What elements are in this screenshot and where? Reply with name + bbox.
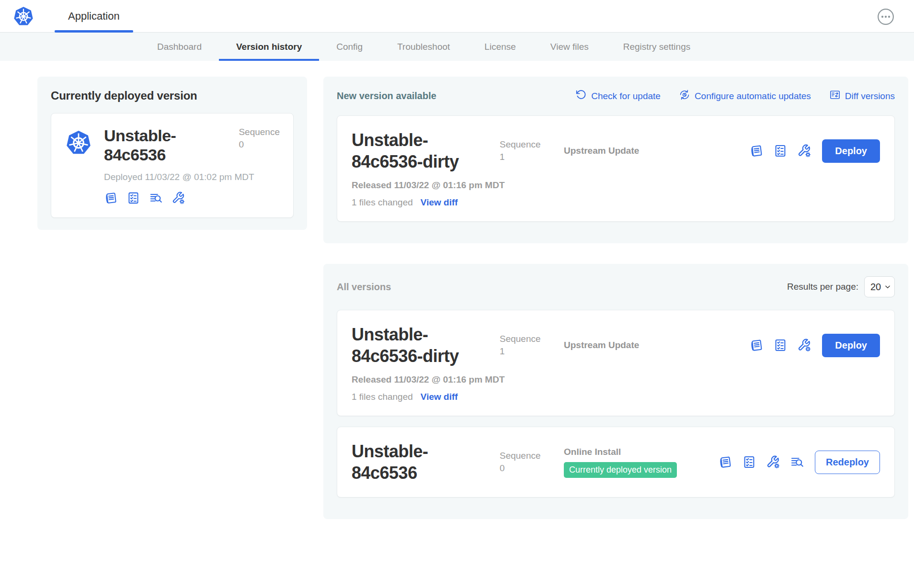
redeploy-button[interactable]: Redeploy <box>815 451 880 474</box>
tab-view-files[interactable]: View files <box>533 33 606 61</box>
right-column: New version available Check for update C… <box>323 77 908 519</box>
config-icon[interactable] <box>766 455 780 469</box>
app-header: Application <box>0 0 914 33</box>
config-icon[interactable] <box>171 191 185 205</box>
check-for-update-label: Check for update <box>591 91 661 102</box>
app-tab-active-underline <box>55 30 133 33</box>
check-for-update-link[interactable]: Check for update <box>575 89 661 103</box>
results-per-page-label: Results per page: <box>787 282 858 292</box>
version-source: Upstream Update <box>564 340 743 351</box>
main-content: Currently deployed version Unstable-84c6… <box>0 61 914 519</box>
sequence-label: Sequence <box>500 138 557 151</box>
diff-versions-link[interactable]: Diff versions <box>829 89 895 103</box>
files-changed-text: 1 files changed <box>352 197 413 208</box>
new-version-panel: New version available Check for update C… <box>323 77 908 243</box>
deployed-card-body: Unstable-84c6536 Sequence 0 Deployed 11/… <box>104 126 280 205</box>
tab-dashboard[interactable]: Dashboard <box>140 33 219 61</box>
left-column: Currently deployed version Unstable-84c6… <box>37 77 307 230</box>
sequence-block: Sequence 1 <box>500 138 557 163</box>
sequence-block: Sequence 0 <box>500 450 557 474</box>
deployed-title-row: Unstable-84c6536 Sequence 0 <box>104 126 280 164</box>
release-notes-icon[interactable] <box>749 338 764 352</box>
sequence-value: 1 <box>500 151 557 163</box>
tab-config[interactable]: Config <box>319 33 380 61</box>
app-navbar: Dashboard Version history Config Trouble… <box>0 33 914 61</box>
config-icon[interactable] <box>797 144 811 158</box>
deploy-button[interactable]: Deploy <box>822 334 880 357</box>
configure-automatic-updates-link[interactable]: Configure automatic updates <box>679 89 811 103</box>
currently-deployed-badge: Currently deployed version <box>564 462 677 478</box>
deployed-version-card: Unstable-84c6536 Sequence 0 Deployed 11/… <box>51 113 294 218</box>
preflight-checks-icon[interactable] <box>742 455 756 469</box>
files-changed-row: 1 files changed View diff <box>352 392 880 402</box>
version-action: Deploy <box>822 139 880 163</box>
tab-registry-settings[interactable]: Registry settings <box>606 33 708 61</box>
auto-update-icon <box>679 89 690 103</box>
refresh-icon <box>575 89 587 103</box>
tab-version-history[interactable]: Version history <box>219 33 319 61</box>
view-diff-link[interactable]: View diff <box>421 197 458 208</box>
tab-license[interactable]: License <box>467 33 533 61</box>
new-version-heading: New version available <box>337 90 436 102</box>
version-title: Unstable-84c6536 <box>352 441 488 484</box>
kubernetes-logo-icon <box>12 5 34 27</box>
version-icon-row <box>718 455 804 469</box>
version-icon-row <box>749 144 811 158</box>
sequence-block: Sequence 1 <box>500 333 557 357</box>
diff-versions-label: Diff versions <box>845 91 895 102</box>
version-source-label: Online Install <box>564 447 711 457</box>
view-diff-link[interactable]: View diff <box>421 392 458 402</box>
version-source: Online Install Currently deployed versio… <box>564 447 711 478</box>
app-title: Application <box>68 10 120 23</box>
all-versions-header: All versions Results per page: 20 <box>337 276 895 297</box>
deployed-timestamp: Deployed 11/03/22 @ 01:02 pm MDT <box>104 172 280 182</box>
version-title: Unstable-84c6536 <box>104 126 224 164</box>
new-version-card: Unstable-84c6536-dirty Sequence 1 Upstre… <box>337 115 895 222</box>
diff-icon <box>829 89 841 103</box>
version-icon-row <box>749 338 811 352</box>
deployed-icon-row <box>104 191 280 205</box>
version-action: Redeploy <box>815 451 880 474</box>
version-action: Deploy <box>822 334 880 357</box>
sequence-value: 1 <box>500 345 557 358</box>
ellipsis-circle-icon <box>877 20 895 27</box>
new-version-header: New version available Check for update C… <box>337 89 895 103</box>
app-tab[interactable]: Application <box>55 0 133 32</box>
currently-deployed-heading: Currently deployed version <box>51 89 294 102</box>
sequence-label: Sequence <box>500 450 557 462</box>
release-notes-icon[interactable] <box>718 455 732 469</box>
results-per-page: Results per page: 20 <box>787 276 895 297</box>
deploy-logs-icon[interactable] <box>790 455 804 469</box>
version-source: Upstream Update <box>564 146 743 156</box>
files-changed-text: 1 files changed <box>352 392 413 402</box>
sequence-label: Sequence <box>239 126 280 138</box>
sequence-value: 0 <box>239 138 280 151</box>
released-timestamp: Released 11/03/22 @ 01:16 pm MDT <box>352 180 880 191</box>
deploy-logs-icon[interactable] <box>149 191 163 205</box>
tab-troubleshoot[interactable]: Troubleshoot <box>380 33 467 61</box>
preflight-checks-icon[interactable] <box>126 191 140 205</box>
sequence-label: Sequence <box>500 333 557 345</box>
version-row: Unstable-84c6536-dirty Sequence 1 Upstre… <box>337 310 895 416</box>
currently-deployed-panel: Currently deployed version Unstable-84c6… <box>37 77 307 230</box>
results-per-page-select-wrap: 20 <box>864 276 895 297</box>
sequence-block: Sequence 0 <box>239 126 280 164</box>
preflight-checks-icon[interactable] <box>773 338 788 352</box>
preflight-checks-icon[interactable] <box>773 144 788 158</box>
sequence-value: 0 <box>500 462 557 475</box>
config-icon[interactable] <box>797 338 811 352</box>
deploy-button[interactable]: Deploy <box>822 139 880 163</box>
all-versions-panel: All versions Results per page: 20 Unstab… <box>323 264 908 519</box>
version-title: Unstable-84c6536-dirty <box>352 129 488 172</box>
version-row: Unstable-84c6536 Sequence 0 Online Insta… <box>337 427 895 498</box>
nav-tabs: Dashboard Version history Config Trouble… <box>140 33 708 61</box>
new-version-rows: Unstable-84c6536-dirty Sequence 1 Upstre… <box>337 115 895 222</box>
files-changed-row: 1 files changed View diff <box>352 197 880 208</box>
released-timestamp: Released 11/03/22 @ 01:16 pm MDT <box>352 374 880 385</box>
more-options-button[interactable] <box>877 8 895 26</box>
release-notes-icon[interactable] <box>749 144 764 158</box>
results-per-page-select[interactable]: 20 <box>864 276 895 297</box>
version-title: Unstable-84c6536-dirty <box>352 324 488 367</box>
release-notes-icon[interactable] <box>104 191 118 205</box>
all-versions-rows: Unstable-84c6536-dirty Sequence 1 Upstre… <box>337 310 895 498</box>
